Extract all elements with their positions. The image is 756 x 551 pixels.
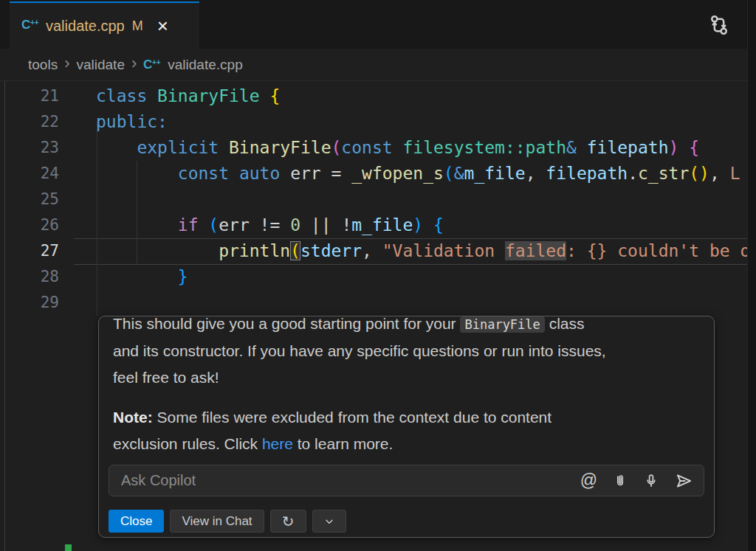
code-token: filesystem::path (402, 138, 566, 157)
line-number: 22 (0, 109, 59, 135)
code-line[interactable]: println(stderr, "Validation failed: {} c… (96, 238, 748, 264)
vscode-window: C ++ validate.cpp M × tools › validate › (0, 0, 756, 551)
send-icon[interactable] (675, 472, 693, 490)
svg-text:C: C (143, 58, 152, 72)
svg-text:C: C (21, 18, 30, 32)
code-token: if (178, 215, 209, 235)
tab-close-icon[interactable]: × (157, 16, 168, 35)
microphone-icon[interactable] (643, 472, 659, 490)
message-text: feel free to ask! (113, 369, 219, 386)
refresh-icon: ↻ (282, 514, 295, 529)
code-token: } (178, 267, 188, 286)
learn-more-link[interactable]: here (262, 435, 293, 452)
line-number: 27 (0, 238, 59, 264)
tab-validate-cpp[interactable]: C ++ validate.cpp M × (10, 1, 199, 49)
inline-code: BinaryFile (460, 316, 544, 333)
scrollbar-strip[interactable] (747, 0, 756, 551)
code-token: _wfopen_s (351, 164, 444, 183)
code-token (260, 86, 270, 105)
code-token (96, 267, 178, 286)
message-text: to learn more. (293, 435, 393, 452)
message-text: Note: (113, 409, 153, 426)
breadcrumb-item-tools[interactable]: tools (28, 57, 58, 73)
chevron-down-icon (323, 516, 335, 527)
code-token: BinaryFile (157, 86, 259, 105)
code-line[interactable]: const auto err = _wfopen_s(&m_file, file… (96, 161, 740, 187)
cpp-file-icon: C ++ (21, 18, 39, 35)
code-token: () (689, 164, 709, 183)
code-token: m_file (351, 215, 413, 235)
chat-input-box[interactable]: @ (109, 465, 704, 496)
line-number: 26 (0, 212, 59, 238)
code-token: , (526, 164, 546, 183)
code-line[interactable]: if (err != 0 || !m_file) { (96, 212, 444, 238)
code-token: . (628, 164, 638, 183)
line-number: 28 (0, 264, 59, 290)
code-token: 0 (290, 215, 300, 235)
code-token: & (566, 138, 577, 157)
code-token: ) (413, 215, 423, 235)
code-token: "Validation (382, 241, 505, 260)
code-token: , (709, 164, 730, 183)
line-number: 25 (0, 187, 59, 212)
code-token: , (362, 241, 382, 260)
code-token: public: (96, 112, 168, 131)
message-text: and its constructor. If you have any spe… (113, 342, 606, 359)
chevron-right-icon: › (131, 56, 137, 73)
code-token: = (331, 164, 352, 183)
svg-text:++: ++ (152, 58, 161, 66)
mention-icon[interactable]: @ (580, 472, 597, 489)
breadcrumb: tools › validate › C ++ validate.cpp (0, 49, 756, 80)
breadcrumb-item-file[interactable]: validate.cpp (168, 57, 242, 73)
chat-paragraph: Note: Some files were excluded from the … (113, 404, 700, 457)
code-token: ( (208, 215, 219, 235)
code-token: println (219, 241, 290, 260)
code-line[interactable]: class BinaryFile { (96, 83, 280, 109)
code-line[interactable]: } (96, 264, 188, 290)
code-token: { (269, 86, 280, 105)
code-token: stderr (300, 241, 362, 260)
code-token (96, 138, 137, 157)
code-line[interactable]: explicit BinaryFile(const filesystem::pa… (96, 135, 699, 161)
code-token: const (178, 164, 239, 183)
code-token: ) (669, 138, 679, 157)
chevron-right-icon: › (64, 56, 69, 73)
copilot-inline-chat: This should give you a good starting poi… (98, 316, 715, 538)
code-token: c_str (638, 164, 689, 183)
breadcrumb-item-validate[interactable]: validate (76, 57, 125, 73)
code-line[interactable]: public: (96, 109, 168, 135)
more-options-button[interactable] (312, 510, 346, 533)
code-token: failed (505, 241, 566, 260)
gutter-modified-indicator (65, 544, 72, 551)
code-token (96, 241, 219, 260)
code-token: || (300, 215, 341, 235)
message-text: exclusion rules. Click (113, 435, 262, 452)
open-changes-icon[interactable] (708, 14, 730, 39)
code-token: explicit (137, 138, 229, 157)
chat-button-row: Close View in Chat ↻ (109, 510, 346, 533)
code-token: filepath (546, 164, 628, 183)
code-token (96, 164, 178, 183)
line-number: 24 (0, 161, 59, 187)
cpp-file-icon: C ++ (143, 58, 161, 72)
code-token: L (730, 164, 740, 183)
code-token: : {} couldn't be o (566, 241, 748, 260)
code-token: err (290, 164, 331, 183)
message-text: Some files were excluded from the contex… (153, 409, 551, 426)
close-button[interactable]: Close (109, 510, 164, 533)
code-token: m_file (464, 164, 526, 183)
ask-copilot-input[interactable] (120, 471, 580, 490)
view-in-chat-button[interactable]: View in Chat (170, 510, 264, 533)
code-token: filepath (587, 138, 669, 157)
chat-paragraph: This should give you a good starting poi… (113, 316, 700, 391)
svg-text:++: ++ (30, 18, 39, 27)
line-number: 21 (0, 83, 59, 109)
code-token (577, 138, 587, 157)
input-action-icons: @ (580, 472, 693, 490)
code-token: BinaryFile (229, 138, 331, 157)
code-token: { (433, 215, 444, 235)
tab-label: validate.cpp (46, 18, 125, 35)
regenerate-button[interactable]: ↻ (270, 510, 306, 533)
code-token: err (219, 215, 259, 235)
attach-icon[interactable] (613, 472, 628, 490)
